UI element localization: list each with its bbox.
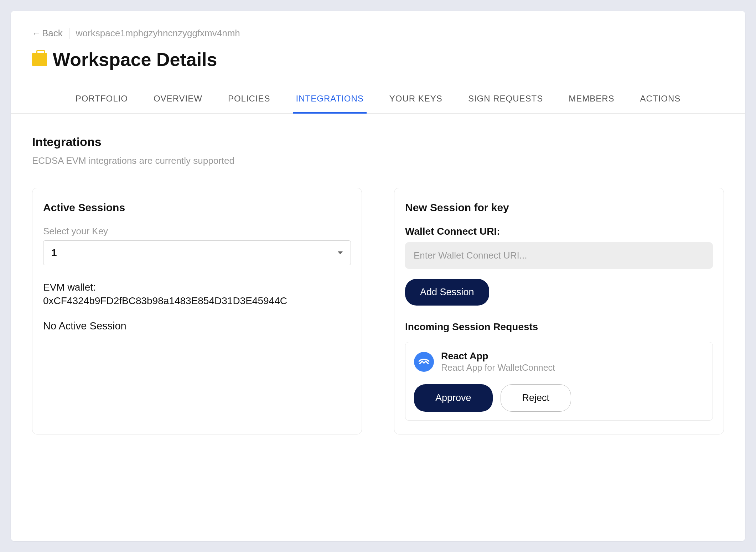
tab-integrations[interactable]: INTEGRATIONS (293, 88, 367, 114)
incoming-requests-title: Incoming Session Requests (405, 321, 713, 333)
request-app-desc: React App for WalletConnect (441, 363, 555, 373)
key-select[interactable]: 1 (43, 240, 351, 265)
tab-portfolio[interactable]: PORTFOLIO (73, 88, 131, 114)
session-request-card: React App React App for WalletConnect Ap… (405, 342, 713, 421)
no-active-session-text: No Active Session (43, 320, 351, 332)
header-area: ← Back workspace1mphgzyhncnzyggfxmv4nmh … (11, 11, 745, 70)
tab-policies[interactable]: POLICIES (225, 88, 273, 114)
arrow-left-icon: ← (32, 29, 41, 38)
page-card: ← Back workspace1mphgzyhncnzyggfxmv4nmh … (11, 11, 745, 541)
title-row: Workspace Details (32, 49, 724, 70)
page-title: Workspace Details (53, 49, 217, 70)
tab-sign-requests[interactable]: SIGN REQUESTS (465, 88, 546, 114)
two-column-layout: Active Sessions Select your Key 1 EVM wa… (32, 188, 724, 434)
new-session-card: New Session for key Wallet Connect URI: … (394, 188, 724, 434)
active-sessions-title: Active Sessions (43, 202, 351, 214)
briefcase-icon (32, 53, 47, 66)
tabs-row: PORTFOLIO OVERVIEW POLICIES INTEGRATIONS… (11, 88, 745, 114)
wallet-connect-uri-label: Wallet Connect URI: (405, 226, 713, 237)
tab-your-keys[interactable]: YOUR KEYS (387, 88, 445, 114)
tab-overview[interactable]: OVERVIEW (151, 88, 205, 114)
request-app-info: React App React App for WalletConnect (441, 351, 555, 373)
add-session-button[interactable]: Add Session (405, 279, 489, 306)
evm-wallet-label: EVM wallet: (43, 282, 351, 293)
chevron-down-icon (338, 251, 343, 254)
request-app-name: React App (441, 351, 555, 362)
new-session-title: New Session for key (405, 202, 713, 214)
back-label: Back (42, 28, 63, 39)
tab-members[interactable]: MEMBERS (566, 88, 617, 114)
evm-wallet-address: 0xCF4324b9FD2fBC83b98a1483E854D31D3E4594… (43, 295, 351, 307)
walletconnect-icon (414, 352, 434, 372)
request-button-row: Approve Reject (414, 384, 704, 412)
tab-actions[interactable]: ACTIONS (637, 88, 684, 114)
wallet-connect-uri-input[interactable] (405, 242, 713, 269)
content-area: Integrations ECDSA EVM integrations are … (11, 114, 745, 456)
select-key-label: Select your Key (43, 226, 351, 237)
active-sessions-card: Active Sessions Select your Key 1 EVM wa… (32, 188, 362, 434)
breadcrumb-divider (69, 28, 69, 39)
request-header: React App React App for WalletConnect (414, 351, 704, 373)
key-select-value: 1 (51, 247, 57, 259)
reject-button[interactable]: Reject (501, 384, 571, 412)
breadcrumb: ← Back workspace1mphgzyhncnzyggfxmv4nmh (32, 28, 724, 39)
approve-button[interactable]: Approve (414, 384, 493, 412)
back-link[interactable]: ← Back (32, 28, 63, 39)
section-title: Integrations (32, 135, 724, 149)
workspace-id: workspace1mphgzyhncnzyggfxmv4nmh (76, 28, 240, 39)
section-subtitle: ECDSA EVM integrations are currently sup… (32, 155, 724, 166)
